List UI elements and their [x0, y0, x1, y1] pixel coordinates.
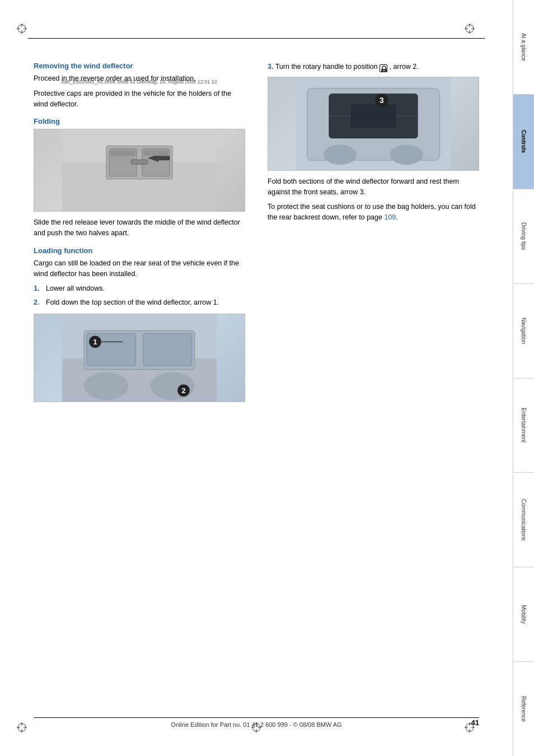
svg-rect-33	[144, 151, 168, 156]
para-cargo: Cargo can still be loaded on the rear se…	[34, 258, 245, 279]
image-loading-content: 1 2	[34, 314, 245, 402]
svg-rect-38	[143, 333, 192, 365]
section-loading: Loading function Cargo can still be load…	[34, 246, 245, 402]
heading-removing: Removing the wind deflector	[34, 62, 245, 70]
sidebar-tab-mobility: Mobility	[513, 567, 534, 662]
svg-point-50	[324, 144, 357, 165]
sidebar-tab-navigation: Navigation	[513, 284, 534, 379]
para-protective-caps: Protective caps are provided in the vehi…	[34, 88, 245, 110]
page-container: ba8_E9293M3_cic.book Seite 41 Dienstag, …	[0, 0, 534, 756]
sidebar-tab-entertainment: Entertainment	[513, 379, 534, 473]
para-protect-text: To protect the seat cushions or to use t…	[268, 203, 476, 221]
sidebar-tab-driving-tips: Driving tips	[513, 189, 534, 284]
list-item-step2: 2. Fold down the top section of the wind…	[34, 297, 245, 308]
para-protect-cushions: To protect the seat cushions or to use t…	[268, 202, 479, 223]
footer: Online Edition for Part no. 01 41 2 600 …	[34, 717, 479, 728]
svg-rect-32	[111, 151, 135, 156]
left-column: Removing the wind deflector Proceed in t…	[34, 62, 250, 700]
svg-point-51	[390, 144, 423, 165]
image-folding	[34, 129, 245, 212]
step2-text: Fold down the top section of the wind de…	[46, 297, 219, 308]
list-item-step1: 1. Lower all windows.	[34, 283, 245, 294]
image-rotary: 3	[268, 77, 479, 171]
page-ref-link[interactable]: 109	[384, 213, 396, 221]
main-content: ba8_E9293M3_cic.book Seite 41 Dienstag, …	[0, 0, 513, 756]
svg-text:1: 1	[93, 338, 97, 346]
para-slide-lever: Slide the red release lever towards the …	[34, 217, 245, 239]
svg-text:2: 2	[181, 386, 185, 395]
sidebar-tab-communications: Communications	[513, 473, 534, 567]
page-number: 41	[471, 718, 479, 727]
step3-text: 3. Turn the rotary handle to position , …	[268, 62, 479, 72]
crosshair-bottom-left	[17, 722, 27, 732]
step3-prefix: Turn the rotary handle to position	[275, 63, 380, 71]
image-folding-content	[34, 129, 245, 211]
image-rotary-content: 3	[268, 77, 479, 170]
section-folding: Folding	[34, 117, 245, 239]
sidebar-tab-at-a-glance: At a glance	[513, 0, 534, 95]
crosshair-top-right	[465, 24, 475, 34]
step1-text: Lower all windows.	[46, 283, 105, 294]
right-column: 3. Turn the rotary handle to position , …	[263, 62, 479, 700]
svg-rect-52	[351, 105, 395, 127]
crosshair-top-left	[17, 24, 27, 34]
sidebar-tab-reference: Reference	[513, 662, 534, 756]
sidebar: At a glance Controls Driving tips Naviga…	[513, 0, 534, 756]
step3-num: 3.	[268, 63, 273, 71]
svg-point-39	[84, 372, 128, 399]
para-fold-both: Fold both sections of the wind deflector…	[268, 176, 479, 198]
svg-text:3: 3	[380, 96, 384, 105]
image-loading: 1 2	[34, 314, 245, 402]
heading-loading: Loading function	[34, 246, 245, 255]
svg-point-40	[151, 372, 195, 399]
step3-suffix: , arrow 2.	[390, 63, 419, 71]
loading-steps: 1. Lower all windows. 2. Fold down the t…	[34, 283, 245, 308]
para-reverse-order: Proceed in the reverse order as used for…	[34, 73, 245, 84]
lock-icon	[380, 64, 387, 72]
heading-folding: Folding	[34, 117, 245, 125]
footer-text: Online Edition for Part no. 01 41 2 600 …	[171, 721, 341, 728]
sidebar-tab-controls: Controls	[513, 95, 534, 189]
step2-num: 2.	[34, 297, 43, 308]
svg-rect-31	[131, 160, 148, 165]
two-column-layout: Removing the wind deflector Proceed in t…	[34, 62, 479, 700]
svg-point-46	[383, 70, 385, 71]
step1-num: 1.	[34, 283, 43, 294]
header-line: ba8_E9293M3_cic.book Seite 41 Dienstag, …	[28, 38, 485, 41]
